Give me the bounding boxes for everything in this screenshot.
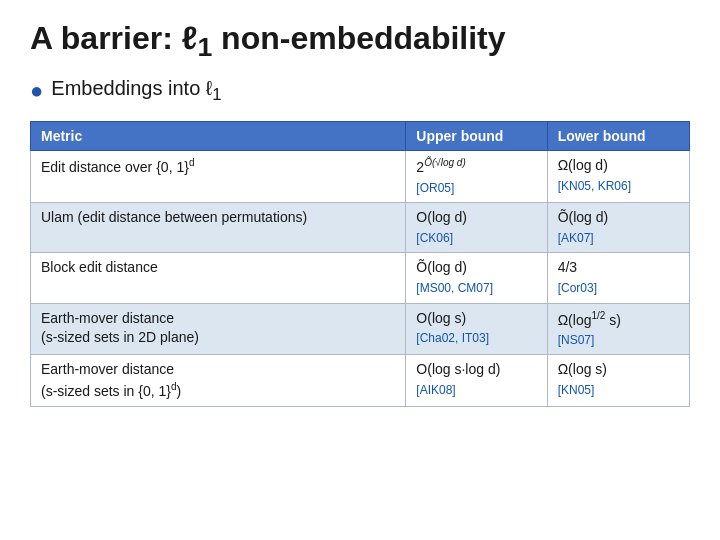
metric-cell: Edit distance over {0, 1}d <box>31 151 406 203</box>
page-title: A barrier: ℓ1 non-embeddability <box>30 20 690 63</box>
upper-cell: O(log d) [CK06] <box>406 203 547 253</box>
comparison-table: Metric Upper bound Lower bound Edit dist… <box>30 121 690 407</box>
subtitle-text: Embeddings into ℓ1 <box>51 77 221 105</box>
upper-cell: O(log s·log d) [AIK08] <box>406 355 547 407</box>
lower-cell: Õ(log d) [AK07] <box>547 203 689 253</box>
metric-cell: Block edit distance <box>31 253 406 303</box>
metric-cell: Earth-mover distance(s-sized sets in 2D … <box>31 303 406 355</box>
col-header-metric: Metric <box>31 122 406 151</box>
upper-cell: Õ(log d) [MS00, CM07] <box>406 253 547 303</box>
col-header-upper: Upper bound <box>406 122 547 151</box>
bullet-icon: ● <box>30 78 43 104</box>
table-row: Block edit distance Õ(log d) [MS00, CM07… <box>31 253 690 303</box>
col-header-lower: Lower bound <box>547 122 689 151</box>
lower-cell: 4/3 [Cor03] <box>547 253 689 303</box>
table-row: Earth-mover distance(s-sized sets in {0,… <box>31 355 690 407</box>
table-row: Ulam (edit distance between permutations… <box>31 203 690 253</box>
upper-cell: 2Õ(√log d) [OR05] <box>406 151 547 203</box>
lower-cell: Ω(log1/2 s) [NS07] <box>547 303 689 355</box>
table-row: Earth-mover distance(s-sized sets in 2D … <box>31 303 690 355</box>
table-row: Edit distance over {0, 1}d 2Õ(√log d) [O… <box>31 151 690 203</box>
lower-cell: Ω(log d) [KN05, KR06] <box>547 151 689 203</box>
upper-cell: O(log s) [Cha02, IT03] <box>406 303 547 355</box>
subtitle: ● Embeddings into ℓ1 <box>30 77 690 105</box>
metric-cell: Ulam (edit distance between permutations… <box>31 203 406 253</box>
metric-cell: Earth-mover distance(s-sized sets in {0,… <box>31 355 406 407</box>
lower-cell: Ω(log s) [KN05] <box>547 355 689 407</box>
